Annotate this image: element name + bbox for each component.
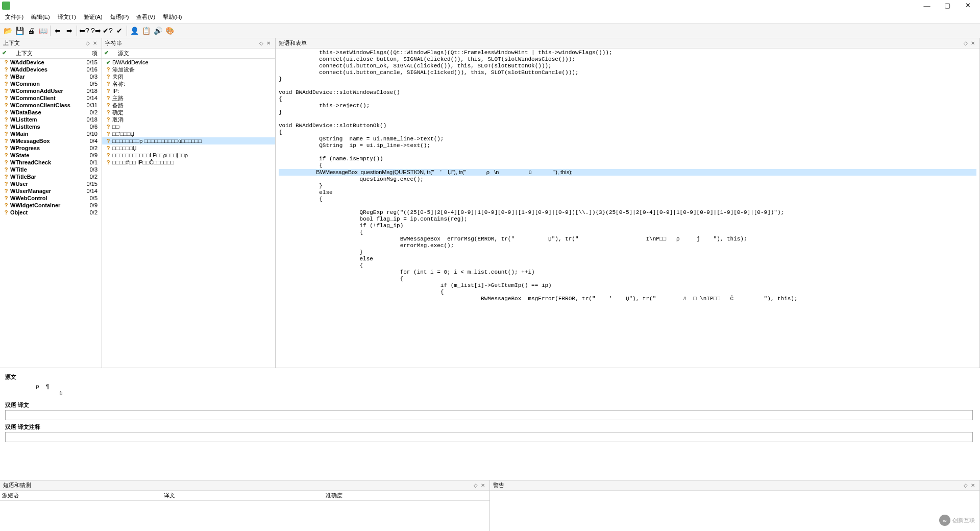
context-row[interactable]: ?WMain0/10 (0, 130, 102, 137)
close-panel-icon[interactable]: ✕ (969, 482, 976, 488)
translation-input[interactable] (5, 410, 973, 420)
context-row[interactable]: ?WBar0/3 (0, 73, 102, 80)
toolbar-button-15[interactable]: 🔊 (152, 25, 163, 36)
toolbar-button-6[interactable]: ➡ (64, 25, 75, 36)
context-row[interactable]: ?WUserManager0/14 (0, 187, 102, 195)
context-name: WProgress (10, 145, 79, 151)
string-row[interactable]: ?□□□□□□Џ (102, 144, 275, 152)
context-row[interactable]: ?WWidgetContainer0/9 (0, 202, 102, 209)
context-row[interactable]: ?WAddDevice0/15 (0, 59, 102, 66)
close-panel-icon[interactable]: ✕ (479, 482, 486, 488)
top-row: 上下文 ◇ ✕ ✔ 上下文 项 ?WAddDevice0/15?WAddDevi… (0, 38, 980, 368)
context-items: 0/15 (79, 59, 100, 65)
string-row[interactable]: ?添加设备 (102, 66, 275, 73)
string-row[interactable]: ?取消 (102, 116, 275, 123)
context-list[interactable]: ?WAddDevice0/15?WAddDevices0/16?WBar0/3?… (0, 59, 102, 368)
toolbar-button-10[interactable]: ✔? (102, 25, 113, 36)
question-mark-icon: ? (2, 159, 10, 165)
context-row[interactable]: ?WCommonClient0/14 (0, 94, 102, 102)
toolbar-button-1[interactable]: 💾 (14, 25, 25, 36)
context-row[interactable]: ?WListItems0/6 (0, 123, 102, 130)
question-mark-icon: ? (2, 138, 10, 144)
context-row[interactable]: ?Object0/2 (0, 209, 102, 216)
string-row[interactable]: ?关闭 (102, 73, 275, 80)
toolbar-button-0[interactable]: 📂 (2, 25, 13, 36)
context-row[interactable]: ?WDataBase0/2 (0, 109, 102, 116)
toolbar-button-16[interactable]: 🎨 (164, 25, 175, 36)
string-row[interactable]: ?主路 (102, 94, 275, 102)
question-mark-icon: ? (2, 202, 10, 208)
strings-panel-title: 字符串 (105, 39, 258, 47)
menu-edit[interactable]: 编辑(E) (28, 12, 53, 22)
string-row[interactable]: ?确定 (102, 109, 275, 116)
bottom-row: 短语和猜测 ◇ ✕ 源短语 译文 准确度 警告 ◇ ✕ (0, 480, 980, 531)
toolbar-button-14[interactable]: 📋 (140, 25, 152, 36)
context-name: WTitle (10, 166, 79, 173)
check-icon: ✔ (104, 50, 109, 57)
string-row[interactable]: ?□□□□□□□□□□□I Ρ□□ρ□□□ĵ□□ρ (102, 152, 275, 159)
context-row[interactable]: ?WTitle0/3 (0, 166, 102, 173)
toolbar-button-13[interactable]: 👤 (129, 25, 140, 36)
question-mark-icon: ? (2, 59, 10, 65)
question-mark-icon: ? (2, 102, 10, 108)
context-name: WWidgetContainer (10, 202, 79, 208)
context-row[interactable]: ?WCommonClientClass0/31 (0, 102, 102, 109)
strings-list[interactable]: ✔BWAddDevice?添加设备?关闭?名称:?IP:?主路?备路?确定?取消… (102, 59, 275, 368)
string-row[interactable]: ?名称: (102, 80, 275, 87)
string-row[interactable]: ?备路 (102, 102, 275, 109)
menu-file[interactable]: 文件(F) (2, 12, 27, 22)
float-icon[interactable]: ◇ (962, 482, 969, 488)
context-name: WUser (10, 181, 79, 187)
context-items: 0/14 (79, 95, 100, 101)
context-row[interactable]: ?WAddDevices0/16 (0, 66, 102, 73)
toolbar-button-5[interactable]: ⬅ (52, 25, 63, 36)
string-text: IP: (112, 88, 273, 94)
context-row[interactable]: ?WCommon0/5 (0, 80, 102, 87)
context-row[interactable]: ?WThreadCheck0/1 (0, 159, 102, 166)
close-panel-icon[interactable]: ✕ (91, 40, 99, 46)
context-items: 0/16 (79, 66, 100, 73)
context-row[interactable]: ?WMessageBox0/4 (0, 137, 102, 144)
question-mark-icon: ? (2, 116, 10, 123)
string-row[interactable]: ?□□□□□□□□ρ □□□□□□□□□□ù□□□□□□ (102, 137, 275, 144)
context-row[interactable]: ?WListItem0/18 (0, 116, 102, 123)
question-mark-icon: ? (104, 66, 112, 73)
maximize-button[interactable]: ▢ (937, 0, 958, 11)
titlebar: — ▢ ✕ (0, 0, 980, 11)
close-panel-icon[interactable]: ✕ (969, 40, 976, 46)
toolbar-button-9[interactable]: ?➡ (90, 25, 102, 36)
toolbar-button-11[interactable]: ✔ (114, 25, 125, 36)
string-row[interactable]: ?□□□□#□□ IP□□Ĉ□□□□□□ (102, 159, 275, 166)
string-row[interactable]: ?IP: (102, 87, 275, 94)
context-row[interactable]: ?WTitleBar0/2 (0, 173, 102, 180)
close-button[interactable]: ✕ (958, 0, 978, 11)
toolbar-button-2[interactable]: 🖨 (26, 25, 37, 36)
float-icon[interactable]: ◇ (258, 40, 265, 46)
context-name: WThreadCheck (10, 159, 79, 165)
context-row[interactable]: ?WCommonAddUser0/18 (0, 87, 102, 94)
close-panel-icon[interactable]: ✕ (265, 40, 272, 46)
toolbar-button-3[interactable]: 📖 (37, 25, 48, 36)
context-row[interactable]: ?WState0/9 (0, 152, 102, 159)
string-row[interactable]: ?□□'□□□Џ (102, 130, 275, 137)
source-code-view[interactable]: this->setWindowFlags((Qt::WindowFlags)(Q… (276, 49, 979, 368)
context-row[interactable]: ?WWebControl0/5 (0, 195, 102, 202)
context-row[interactable]: ?WProgress0/2 (0, 144, 102, 152)
float-icon[interactable]: ◇ (472, 482, 479, 488)
float-icon[interactable]: ◇ (962, 40, 969, 46)
minimize-button[interactable]: — (917, 0, 937, 11)
menu-phrases[interactable]: 短语(P) (107, 12, 132, 22)
string-row[interactable]: ?□□· (102, 123, 275, 130)
question-mark-icon: ? (2, 81, 10, 87)
comment-input[interactable] (5, 432, 973, 442)
float-icon[interactable]: ◇ (84, 40, 91, 46)
menu-validation[interactable]: 验证(A) (81, 12, 106, 22)
question-mark-icon: ? (2, 188, 10, 194)
menu-help[interactable]: 帮助(H) (160, 12, 185, 22)
toolbar-button-8[interactable]: ⬅? (79, 25, 90, 36)
context-name: WCommonClient (10, 95, 79, 101)
string-row[interactable]: ✔BWAddDevice (102, 59, 275, 66)
context-row[interactable]: ?WUser0/15 (0, 180, 102, 187)
menu-view[interactable]: 查看(V) (133, 12, 158, 22)
menu-translation[interactable]: 译文(T) (55, 12, 79, 22)
